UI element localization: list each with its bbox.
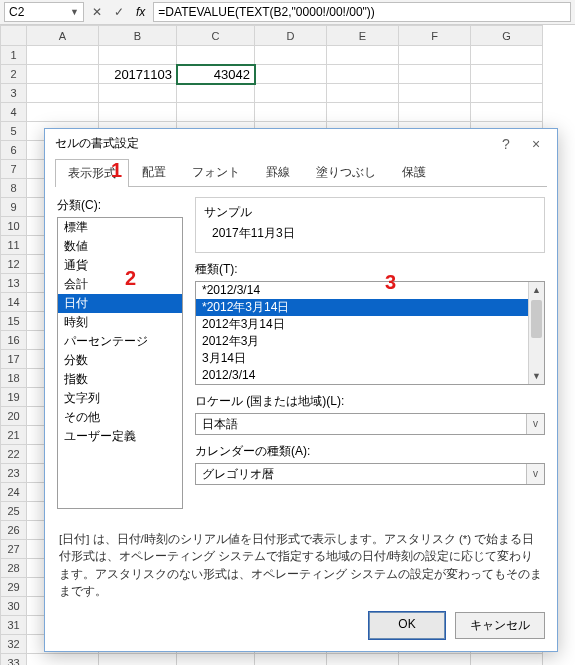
locale-combo[interactable]: 日本語 v (195, 413, 545, 435)
row-header[interactable]: 4 (1, 103, 27, 122)
formula-bar[interactable]: =DATEVALUE(TEXT(B2,"0000!/00!/00")) (153, 2, 571, 22)
cell[interactable] (399, 654, 471, 666)
fx-icon[interactable]: fx (132, 5, 149, 19)
cell[interactable] (399, 103, 471, 122)
cell[interactable] (399, 65, 471, 84)
cell[interactable] (399, 84, 471, 103)
tab-配置[interactable]: 配置 (129, 158, 179, 186)
category-item[interactable]: 通貨 (58, 256, 182, 275)
cell[interactable] (327, 654, 399, 666)
ok-button[interactable]: OK (369, 612, 445, 639)
col-header[interactable]: G (471, 26, 543, 46)
row-header[interactable]: 11 (1, 236, 27, 255)
row-header[interactable]: 21 (1, 426, 27, 445)
category-item[interactable]: 日付 (58, 294, 182, 313)
cell[interactable]: 43042 (177, 65, 255, 84)
col-header[interactable]: C (177, 26, 255, 46)
category-item[interactable]: その他 (58, 408, 182, 427)
cell[interactable] (177, 84, 255, 103)
cell[interactable] (255, 65, 327, 84)
row-header[interactable]: 7 (1, 160, 27, 179)
type-item[interactable]: 2012年3月14日 (196, 316, 528, 333)
row-header[interactable]: 19 (1, 388, 27, 407)
row-header[interactable]: 26 (1, 521, 27, 540)
chevron-down-icon[interactable]: v (526, 464, 544, 484)
row-header[interactable]: 12 (1, 255, 27, 274)
cell[interactable] (27, 103, 99, 122)
cell[interactable] (27, 654, 99, 666)
calendar-combo[interactable]: グレゴリオ暦 v (195, 463, 545, 485)
cell[interactable] (471, 65, 543, 84)
row-header[interactable]: 8 (1, 179, 27, 198)
row-header[interactable]: 25 (1, 502, 27, 521)
cell[interactable] (327, 84, 399, 103)
cell[interactable] (177, 654, 255, 666)
col-header[interactable]: A (27, 26, 99, 46)
cell[interactable] (99, 103, 177, 122)
row-header[interactable]: 27 (1, 540, 27, 559)
row-header[interactable]: 9 (1, 198, 27, 217)
type-item[interactable]: *2012年3月14日 (196, 299, 528, 316)
row-header[interactable]: 3 (1, 84, 27, 103)
col-header[interactable]: E (327, 26, 399, 46)
cell[interactable] (327, 65, 399, 84)
cell[interactable] (27, 65, 99, 84)
row-header[interactable]: 2 (1, 65, 27, 84)
cell[interactable] (27, 84, 99, 103)
row-header[interactable]: 31 (1, 616, 27, 635)
category-listbox[interactable]: 標準数値通貨会計日付時刻パーセンテージ分数指数文字列その他ユーザー定義 (57, 217, 183, 509)
cell[interactable] (327, 103, 399, 122)
cell[interactable] (255, 84, 327, 103)
cell[interactable] (471, 46, 543, 65)
row-header[interactable]: 30 (1, 597, 27, 616)
category-item[interactable]: ユーザー定義 (58, 427, 182, 446)
type-item[interactable]: 2012/3/14 (196, 367, 528, 384)
category-item[interactable]: 分数 (58, 351, 182, 370)
col-header[interactable]: F (399, 26, 471, 46)
cell[interactable] (99, 84, 177, 103)
tab-罫線[interactable]: 罫線 (253, 158, 303, 186)
cell[interactable] (177, 103, 255, 122)
category-item[interactable]: 指数 (58, 370, 182, 389)
cell[interactable] (99, 46, 177, 65)
type-item[interactable]: 2012年3月 (196, 333, 528, 350)
name-box[interactable]: C2 ▼ (4, 2, 84, 22)
row-header[interactable]: 15 (1, 312, 27, 331)
category-item[interactable]: 時刻 (58, 313, 182, 332)
category-item[interactable]: 文字列 (58, 389, 182, 408)
row-header[interactable]: 18 (1, 369, 27, 388)
row-header[interactable]: 17 (1, 350, 27, 369)
cell[interactable] (471, 84, 543, 103)
row-header[interactable]: 16 (1, 331, 27, 350)
scroll-down-icon[interactable]: ▼ (529, 368, 544, 384)
category-item[interactable]: 数値 (58, 237, 182, 256)
category-item[interactable]: 会計 (58, 275, 182, 294)
cell[interactable] (177, 46, 255, 65)
tab-保護[interactable]: 保護 (389, 158, 439, 186)
accept-formula-icon[interactable]: ✓ (110, 3, 128, 21)
types-scrollbar[interactable]: ▲ ▼ (528, 282, 544, 384)
category-item[interactable]: 標準 (58, 218, 182, 237)
tab-表示形式[interactable]: 表示形式 (55, 159, 129, 187)
row-header[interactable]: 6 (1, 141, 27, 160)
row-header[interactable]: 22 (1, 445, 27, 464)
chevron-down-icon[interactable]: v (526, 414, 544, 434)
cell[interactable] (99, 654, 177, 666)
row-header[interactable]: 14 (1, 293, 27, 312)
col-header[interactable]: D (255, 26, 327, 46)
types-listbox[interactable]: *2012/3/14*2012年3月14日2012年3月14日2012年3月3月… (195, 281, 545, 385)
cell[interactable] (471, 654, 543, 666)
tab-フォント[interactable]: フォント (179, 158, 253, 186)
row-header[interactable]: 13 (1, 274, 27, 293)
type-item[interactable]: 3月14日 (196, 350, 528, 367)
row-header[interactable]: 28 (1, 559, 27, 578)
col-header[interactable]: B (99, 26, 177, 46)
cell[interactable] (255, 46, 327, 65)
type-item[interactable]: *2012/3/14 (196, 282, 528, 299)
row-header[interactable]: 23 (1, 464, 27, 483)
cancel-formula-icon[interactable]: ✕ (88, 3, 106, 21)
row-header[interactable]: 32 (1, 635, 27, 654)
cancel-button[interactable]: キャンセル (455, 612, 545, 639)
row-header[interactable]: 33 (1, 654, 27, 666)
select-all-corner[interactable] (1, 26, 27, 46)
